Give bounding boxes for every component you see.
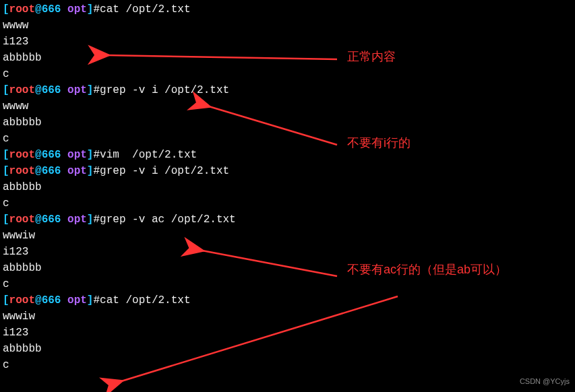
output-line: c <box>3 357 572 373</box>
output-line: wwww <box>3 98 572 115</box>
output-line: abbbbb <box>3 179 572 195</box>
command-line: [root@666 opt]#vim /opt/2.txt <box>3 147 572 163</box>
prompt-path: opt <box>67 214 87 226</box>
prompt-space <box>61 84 67 96</box>
output-line: abbbbb <box>3 50 572 66</box>
command-text: vim /opt/2.txt <box>100 149 197 161</box>
prompt-at: @ <box>35 214 42 226</box>
prompt-user: root <box>9 165 35 177</box>
prompt-path: opt <box>67 149 87 161</box>
prompt-hash: # <box>93 84 100 96</box>
prompt-user: root <box>9 214 35 226</box>
command-line: [root@666 opt]#grep -v ac /opt/2.txt <box>3 211 572 228</box>
prompt-path: opt <box>67 84 87 96</box>
annotation-exclude-ac: 不要有ac行的（但是ab可以） <box>347 261 507 277</box>
prompt-hash: # <box>93 149 100 161</box>
output-line: c <box>3 276 572 292</box>
output-line: wwww <box>3 18 572 34</box>
prompt-open-bracket: [ <box>3 294 9 306</box>
prompt-host: 666 <box>42 214 61 226</box>
prompt-path: opt <box>67 294 87 306</box>
prompt-host: 666 <box>42 294 61 306</box>
output-line: wwwiw <box>3 308 572 325</box>
prompt-host: 666 <box>42 3 61 15</box>
command-text: cat /opt/2.txt <box>100 3 190 15</box>
command-line: [root@666 opt]#grep -v i /opt/2.txt <box>3 82 572 98</box>
prompt-user: root <box>9 84 35 96</box>
prompt-host: 666 <box>42 165 61 177</box>
watermark: CSDN @YCyjs <box>520 373 570 389</box>
prompt-space <box>61 3 67 15</box>
command-text: cat /opt/2.txt <box>100 294 190 306</box>
prompt-at: @ <box>35 84 42 96</box>
prompt-open-bracket: [ <box>3 214 9 226</box>
command-text: grep -v ac /opt/2.txt <box>100 214 236 226</box>
prompt-open-bracket: [ <box>3 149 9 161</box>
command-line: [root@666 opt]#cat /opt/2.txt <box>3 1 572 18</box>
terminal[interactable]: [root@666 opt]#cat /opt/2.txtwwwwi123abb… <box>3 1 572 373</box>
prompt-at: @ <box>35 165 42 177</box>
output-line: abbbbb <box>3 115 572 131</box>
prompt-space <box>61 149 67 161</box>
output-line: c <box>3 131 572 147</box>
prompt-open-bracket: [ <box>3 3 9 15</box>
prompt-hash: # <box>93 165 100 177</box>
prompt-path: opt <box>67 3 87 15</box>
prompt-hash: # <box>93 294 100 306</box>
output-line: i123 <box>3 34 572 50</box>
output-line: i123 <box>3 244 572 260</box>
prompt-space <box>61 165 67 177</box>
prompt-open-bracket: [ <box>3 165 9 177</box>
command-line: [root@666 opt]#cat /opt/2.txt <box>3 292 572 308</box>
prompt-user: root <box>9 294 35 306</box>
command-text: grep -v i /opt/2.txt <box>100 84 229 96</box>
command-line: [root@666 opt]#grep -v i /opt/2.txt <box>3 163 572 179</box>
prompt-space <box>61 214 67 226</box>
prompt-open-bracket: [ <box>3 84 9 96</box>
output-line: abbbbb <box>3 341 572 357</box>
prompt-at: @ <box>35 149 42 161</box>
prompt-at: @ <box>35 294 42 306</box>
command-text: grep -v i /opt/2.txt <box>100 165 229 177</box>
annotation-exclude-i: 不要有i行的 <box>347 135 411 151</box>
output-line: c <box>3 195 572 211</box>
output-line: c <box>3 66 572 82</box>
prompt-at: @ <box>35 3 42 15</box>
annotation-normal-content: 正常内容 <box>347 48 396 65</box>
prompt-user: root <box>9 3 35 15</box>
prompt-hash: # <box>93 214 100 226</box>
prompt-space <box>61 294 67 306</box>
prompt-host: 666 <box>42 149 61 161</box>
output-line: i123 <box>3 325 572 341</box>
prompt-hash: # <box>93 3 100 15</box>
prompt-host: 666 <box>42 84 61 96</box>
prompt-user: root <box>9 149 35 161</box>
prompt-path: opt <box>67 165 87 177</box>
output-line: wwwiw <box>3 228 572 244</box>
